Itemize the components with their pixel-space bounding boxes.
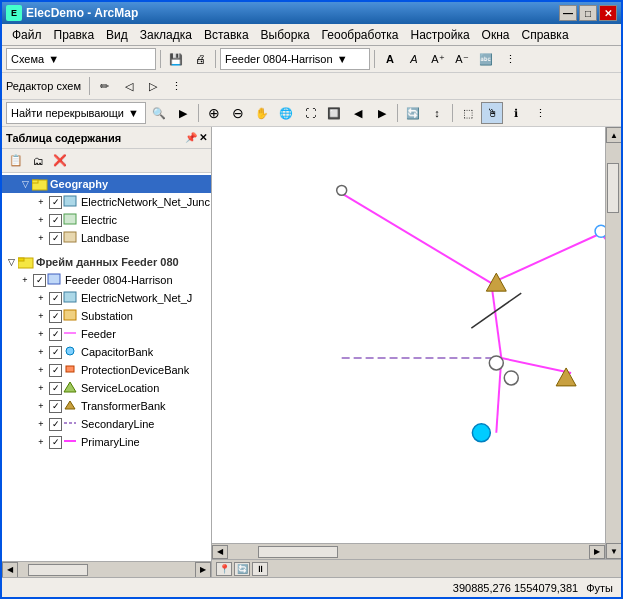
tree-item-landbase[interactable]: + Landbase bbox=[2, 229, 211, 247]
tree-item-primaryline[interactable]: + PrimaryLine bbox=[2, 433, 211, 451]
checkbox-secondaryline[interactable] bbox=[49, 418, 62, 431]
checkbox-electric[interactable] bbox=[49, 214, 62, 227]
tree-item-electricnetwork-junc[interactable]: + ElectricNetwork_Net_Junc bbox=[2, 193, 211, 211]
expand-feeder[interactable]: + bbox=[34, 327, 48, 341]
menu-geoprocessing[interactable]: Геообработка bbox=[316, 26, 405, 44]
checkbox-protectiondevicebank[interactable] bbox=[49, 364, 62, 377]
checkbox-electricnetwork-net-j[interactable] bbox=[49, 292, 62, 305]
toc-remove-button[interactable]: ❌ bbox=[50, 152, 70, 170]
map-tool-1[interactable]: 📍 bbox=[216, 562, 232, 576]
find-run-button[interactable]: ▶ bbox=[172, 102, 194, 124]
tree-item-geography-group[interactable]: ▽ Geography bbox=[2, 175, 211, 193]
undo-button[interactable]: ◁ bbox=[118, 75, 140, 97]
checkbox-electricnetwork-junc[interactable] bbox=[49, 196, 62, 209]
prev-extent-button[interactable]: ◀ bbox=[347, 102, 369, 124]
zoom-in-button[interactable]: ⊕ bbox=[203, 102, 225, 124]
map-canvas[interactable] bbox=[212, 127, 621, 559]
expand-en-netj[interactable]: + bbox=[34, 291, 48, 305]
find-button[interactable]: 🔍 bbox=[148, 102, 170, 124]
expand-transformerbank[interactable]: + bbox=[34, 399, 48, 413]
map-tool-2[interactable]: 🔄 bbox=[234, 562, 250, 576]
expand-protectiondevicebank[interactable]: + bbox=[34, 363, 48, 377]
scroll-right-button[interactable]: ▶ bbox=[589, 545, 605, 559]
scroll-thumb-v[interactable] bbox=[607, 163, 619, 213]
map-area[interactable]: ▲ ▼ 📍 🔄 ⏸ ◀ ▶ bbox=[212, 127, 621, 577]
font-size-down-button[interactable]: A⁻ bbox=[451, 48, 473, 70]
expand-landbase[interactable]: + bbox=[34, 231, 48, 245]
expand-electric[interactable]: + bbox=[34, 213, 48, 227]
full-extent-button[interactable]: 🔲 bbox=[323, 102, 345, 124]
checkbox-primaryline[interactable] bbox=[49, 436, 62, 449]
expand-primaryline[interactable]: + bbox=[34, 435, 48, 449]
close-button[interactable]: ✕ bbox=[599, 5, 617, 21]
expand-substation[interactable]: + bbox=[34, 309, 48, 323]
refresh-button[interactable]: 🔄 bbox=[402, 102, 424, 124]
checkbox-landbase[interactable] bbox=[49, 232, 62, 245]
tree-item-electric[interactable]: + Electric bbox=[2, 211, 211, 229]
more-tools-button[interactable]: ⋮ bbox=[529, 102, 551, 124]
next-extent-button[interactable]: ▶ bbox=[371, 102, 393, 124]
zoom-out-button[interactable]: ⊖ bbox=[227, 102, 249, 124]
swap-button[interactable]: ↕ bbox=[426, 102, 448, 124]
expand-feeder-frame[interactable]: ▽ bbox=[4, 255, 18, 269]
expand-feeder-harrison[interactable]: + bbox=[18, 273, 32, 287]
toc-scroll-left[interactable]: ◀ bbox=[2, 562, 18, 578]
menu-windows[interactable]: Окна bbox=[476, 26, 516, 44]
map-scrollbar-horizontal[interactable]: ◀ ▶ bbox=[212, 543, 605, 559]
tree-item-protectiondevicebank[interactable]: + ProtectionDeviceBank bbox=[2, 361, 211, 379]
menu-insert[interactable]: Вставка bbox=[198, 26, 255, 44]
menu-help[interactable]: Справка bbox=[515, 26, 574, 44]
menu-selection[interactable]: Выборка bbox=[255, 26, 316, 44]
schema-dropdown[interactable]: Схема ▼ bbox=[6, 48, 156, 70]
expand-geography[interactable]: ▽ bbox=[18, 177, 32, 191]
map-scrollbar-vertical[interactable]: ▲ ▼ bbox=[605, 127, 621, 559]
checkbox-transformerbank[interactable] bbox=[49, 400, 62, 413]
tree-item-substation[interactable]: + Substation bbox=[2, 307, 211, 325]
tree-item-servicelocation[interactable]: + ServiceLocation bbox=[2, 379, 211, 397]
toc-close-button[interactable]: ✕ bbox=[199, 132, 207, 143]
tree-item-feeder-frame[interactable]: ▽ Фрейм данных Feeder 080 bbox=[2, 253, 211, 271]
toc-pin-button[interactable]: 📌 bbox=[185, 132, 197, 143]
checkbox-substation[interactable] bbox=[49, 310, 62, 323]
text-button[interactable]: 🔤 bbox=[475, 48, 497, 70]
toc-scroll-right[interactable]: ▶ bbox=[195, 562, 211, 578]
edit-pencil-button[interactable]: ✏ bbox=[94, 75, 116, 97]
extra2-button[interactable]: ⋮ bbox=[166, 75, 188, 97]
menu-file[interactable]: Файл bbox=[6, 26, 48, 44]
expand-servicelocation[interactable]: + bbox=[34, 381, 48, 395]
feeder-dropdown[interactable]: Feeder 0804-Harrison ▼ bbox=[220, 48, 370, 70]
cursor-button[interactable]: 🖱 bbox=[481, 102, 503, 124]
menu-settings[interactable]: Настройка bbox=[405, 26, 476, 44]
checkbox-feeder-harrison[interactable] bbox=[33, 274, 46, 287]
save-button[interactable]: 💾 bbox=[165, 48, 187, 70]
tree-item-feeder[interactable]: + Feeder bbox=[2, 325, 211, 343]
extent-button[interactable]: ⛶ bbox=[299, 102, 321, 124]
maximize-button[interactable]: □ bbox=[579, 5, 597, 21]
checkbox-feeder[interactable] bbox=[49, 328, 62, 341]
print-button[interactable]: 🖨 bbox=[189, 48, 211, 70]
extra-button[interactable]: ⋮ bbox=[499, 48, 521, 70]
toc-source-view-button[interactable]: 🗂 bbox=[28, 152, 48, 170]
checkbox-capacitorbank[interactable] bbox=[49, 346, 62, 359]
tree-item-transformerbank[interactable]: + TransformerBank bbox=[2, 397, 211, 415]
tree-item-capacitorbank[interactable]: + CapacitorBank bbox=[2, 343, 211, 361]
menu-edit[interactable]: Правка bbox=[48, 26, 101, 44]
find-overlap-dropdown[interactable]: Найти перекрывающи ▼ bbox=[6, 102, 146, 124]
checkbox-servicelocation[interactable] bbox=[49, 382, 62, 395]
redo-button[interactable]: ▷ bbox=[142, 75, 164, 97]
map-tool-pause[interactable]: ⏸ bbox=[252, 562, 268, 576]
menu-view[interactable]: Вид bbox=[100, 26, 134, 44]
select-button[interactable]: ⬚ bbox=[457, 102, 479, 124]
expand-secondaryline[interactable]: + bbox=[34, 417, 48, 431]
toc-list-view-button[interactable]: 📋 bbox=[6, 152, 26, 170]
scroll-left-button[interactable]: ◀ bbox=[212, 545, 228, 559]
minimize-button[interactable]: — bbox=[559, 5, 577, 21]
toc-scroll-thumb[interactable] bbox=[28, 564, 88, 576]
font-italic-button[interactable]: A bbox=[403, 48, 425, 70]
scroll-thumb-h[interactable] bbox=[258, 546, 338, 558]
world-button[interactable]: 🌐 bbox=[275, 102, 297, 124]
toc-scrollbar-horizontal[interactable]: ◀ ▶ bbox=[2, 561, 211, 577]
tree-item-secondaryline[interactable]: + SecondaryLine bbox=[2, 415, 211, 433]
info-button[interactable]: ℹ bbox=[505, 102, 527, 124]
pan-button[interactable]: ✋ bbox=[251, 102, 273, 124]
